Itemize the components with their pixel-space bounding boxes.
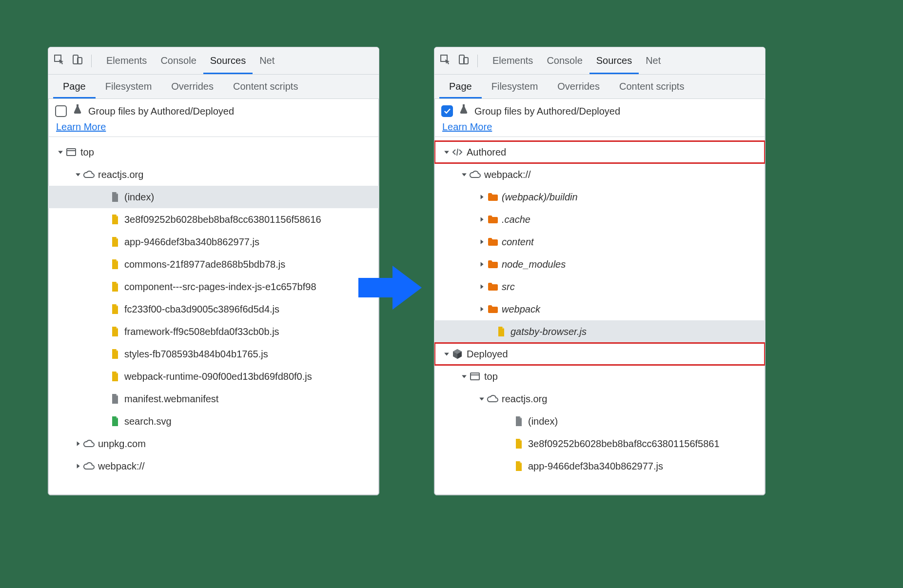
tree-node-label: src <box>499 281 515 293</box>
tree-node[interactable]: webpack <box>434 298 765 320</box>
tree-node-label: app-9466def3ba340b862977.js <box>121 236 259 248</box>
tab-network[interactable]: Net <box>253 47 281 74</box>
file-row[interactable]: app-9466def3ba340b862977.js <box>48 231 379 253</box>
group-by-checkbox[interactable] <box>55 105 67 117</box>
tab-sources[interactable]: Sources <box>203 47 253 74</box>
tree-node[interactable]: top <box>48 141 379 163</box>
file-row[interactable]: webpack-runtime-090f00ed13bd69fd80f0.js <box>48 365 379 388</box>
tree-node-label: (index) <box>121 192 154 203</box>
file-row[interactable]: framework-ff9c508ebfda0f33cb0b.js <box>48 320 379 343</box>
tree-node-label: unpkg.com <box>95 438 146 450</box>
disclosure-triangle-icon[interactable] <box>477 261 486 267</box>
file-row[interactable]: styles-fb708593b484b04b1765.js <box>48 343 379 365</box>
disclosure-triangle-icon[interactable] <box>56 149 65 155</box>
tree-node-label: Authored <box>464 147 506 158</box>
device-toggle-icon[interactable] <box>458 54 470 68</box>
file-row[interactable]: commons-21f8977ade868b5bdb78.js <box>48 253 379 275</box>
file-row[interactable]: manifest.webmanifest <box>48 388 379 410</box>
file-tree: topreactjs.org(index)3e8f09252b6028beb8b… <box>48 137 379 477</box>
cloud-icon <box>82 438 95 450</box>
group-by-label: Group files by Authored/Deployed <box>474 103 620 119</box>
sources-subtabs: Page Filesystem Overrides Content script… <box>48 75 379 99</box>
tree-node-label: fc233f00-cba3d9005c3896f6d5d4.js <box>121 304 279 315</box>
file-row[interactable]: app-9466def3ba340b862977.js <box>434 455 765 477</box>
learn-more-link[interactable]: Learn More <box>442 119 758 135</box>
disclosure-triangle-icon[interactable] <box>477 306 486 312</box>
disclosure-triangle-icon[interactable] <box>442 351 451 357</box>
tab-sources[interactable]: Sources <box>589 47 639 74</box>
learn-more-link[interactable]: Learn More <box>56 119 372 135</box>
subtab-page[interactable]: Page <box>53 75 96 98</box>
subtab-filesystem[interactable]: Filesystem <box>482 75 548 98</box>
code-icon <box>451 146 464 158</box>
tree-node-label: content <box>499 236 534 248</box>
tree-node-label: component---src-pages-index-js-e1c657bf9… <box>121 281 316 293</box>
tree-node-label: webpack-runtime-090f00ed13bd69fd80f0.js <box>121 371 312 382</box>
disclosure-triangle-icon[interactable] <box>477 239 486 245</box>
file-row[interactable]: component---src-pages-index-js-e1c657bf9… <box>48 275 379 298</box>
subtab-filesystem[interactable]: Filesystem <box>96 75 162 98</box>
tab-elements[interactable]: Elements <box>486 47 540 74</box>
experiment-icon <box>458 103 470 119</box>
disclosure-triangle-icon[interactable] <box>74 172 82 177</box>
inspect-icon[interactable] <box>439 54 451 68</box>
file-gray-icon <box>109 191 121 203</box>
inspect-icon[interactable] <box>53 54 65 68</box>
tab-console[interactable]: Console <box>154 47 203 74</box>
tree-node-label: .cache <box>499 214 530 225</box>
disclosure-triangle-icon[interactable] <box>74 441 82 447</box>
tree-node[interactable]: reactjs.org <box>434 388 765 410</box>
tree-node-label: 3e8f09252b6028beb8baf8cc63801156f58616 <box>121 214 321 225</box>
subtab-page[interactable]: Page <box>439 75 482 98</box>
tree-node[interactable]: Authored <box>434 141 765 163</box>
tree-node[interactable]: (webpack)/buildin <box>434 186 765 208</box>
tree-node[interactable]: content <box>434 231 765 253</box>
tree-node[interactable]: Deployed <box>434 343 765 365</box>
tab-elements[interactable]: Elements <box>99 47 154 74</box>
tree-node[interactable]: reactjs.org <box>48 163 379 186</box>
folder-icon <box>486 281 499 293</box>
group-by-experiment: Group files by Authored/Deployed Learn M… <box>48 99 379 137</box>
tab-console[interactable]: Console <box>540 47 589 74</box>
tree-node-label: app-9466def3ba340b862977.js <box>525 461 663 472</box>
folder-icon <box>486 214 499 225</box>
subtab-overrides[interactable]: Overrides <box>548 75 609 98</box>
device-toggle-icon[interactable] <box>72 54 83 68</box>
file-green-icon <box>109 415 121 427</box>
disclosure-triangle-icon[interactable] <box>442 149 451 155</box>
disclosure-triangle-icon[interactable] <box>477 396 486 402</box>
tree-node[interactable]: .cache <box>434 208 765 231</box>
file-row[interactable]: fc233f00-cba3d9005c3896f6d5d4.js <box>48 298 379 320</box>
file-row[interactable]: 3e8f09252b6028beb8baf8cc63801156f58616 <box>48 208 379 231</box>
subtab-content-scripts[interactable]: Content scripts <box>223 75 308 98</box>
disclosure-triangle-icon[interactable] <box>460 172 469 177</box>
experiment-icon <box>72 103 83 119</box>
tree-node[interactable]: unpkg.com <box>48 432 379 455</box>
file-row[interactable]: search.svg <box>48 410 379 432</box>
tree-node[interactable]: node_modules <box>434 253 765 275</box>
tree-node[interactable]: src <box>434 275 765 298</box>
tree-node-label: (webpack)/buildin <box>499 192 578 203</box>
file-row[interactable]: gatsby-browser.js <box>434 320 765 343</box>
tree-node[interactable]: webpack:// <box>434 163 765 186</box>
disclosure-triangle-icon[interactable] <box>74 463 82 469</box>
tree-node[interactable]: webpack:// <box>48 455 379 477</box>
tab-network[interactable]: Net <box>639 47 667 74</box>
file-row[interactable]: 3e8f09252b6028beb8baf8cc63801156f5861 <box>434 432 765 455</box>
disclosure-triangle-icon[interactable] <box>460 373 469 379</box>
disclosure-triangle-icon[interactable] <box>477 216 486 222</box>
disclosure-triangle-icon[interactable] <box>477 194 486 200</box>
file-yellow-icon <box>109 371 121 382</box>
devtools-panel-left: Elements Console Sources Net Page Filesy… <box>48 47 379 495</box>
file-row[interactable]: (index) <box>48 186 379 208</box>
subtab-overrides[interactable]: Overrides <box>161 75 223 98</box>
subtab-content-scripts[interactable]: Content scripts <box>609 75 694 98</box>
file-yellow-icon <box>109 303 121 315</box>
disclosure-triangle-icon[interactable] <box>477 284 486 290</box>
window-icon <box>469 371 481 382</box>
file-row[interactable]: (index) <box>434 410 765 432</box>
tree-node-label: styles-fb708593b484b04b1765.js <box>121 349 268 360</box>
cloud-icon <box>486 393 499 405</box>
tree-node[interactable]: top <box>434 365 765 388</box>
group-by-checkbox[interactable] <box>441 105 453 117</box>
